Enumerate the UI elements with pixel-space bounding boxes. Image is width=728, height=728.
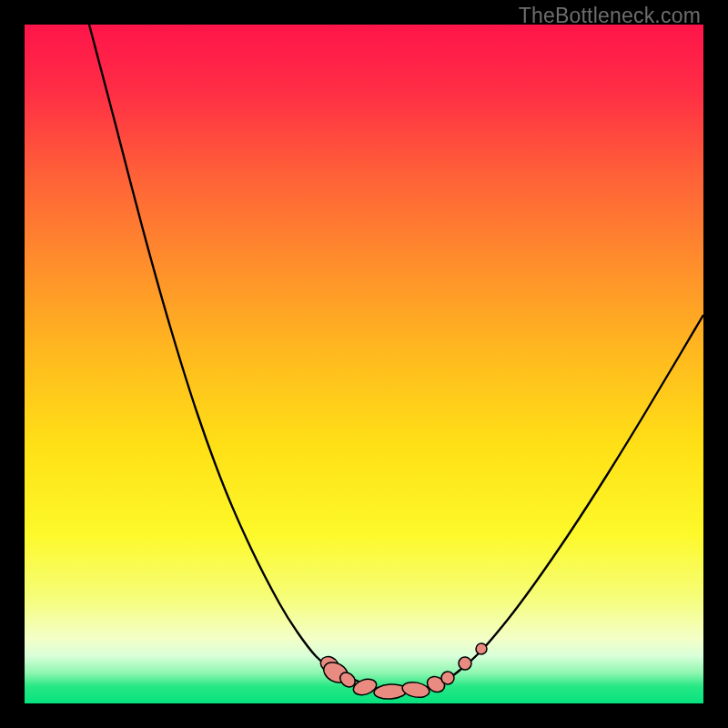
plot-area xyxy=(25,25,703,703)
bottleneck-chart xyxy=(25,25,703,703)
gradient-background xyxy=(25,25,703,703)
outer-frame: TheBottleneck.com xyxy=(0,0,728,728)
